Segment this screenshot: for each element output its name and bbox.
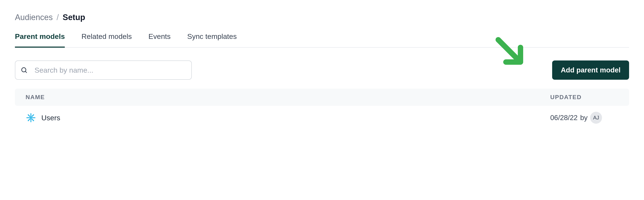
search-wrap bbox=[15, 60, 192, 80]
tab-parent-models[interactable]: Parent models bbox=[15, 32, 65, 48]
add-parent-model-button[interactable]: Add parent model bbox=[552, 60, 629, 80]
updated-by-label: by bbox=[580, 114, 588, 122]
svg-rect-2 bbox=[30, 117, 32, 119]
search-input[interactable] bbox=[15, 60, 192, 80]
tab-sync-templates[interactable]: Sync templates bbox=[187, 32, 237, 48]
table-row[interactable]: Users 06/28/22 by AJ bbox=[15, 106, 629, 130]
snowflake-icon bbox=[26, 112, 36, 123]
search-icon bbox=[20, 66, 28, 74]
table-header: NAME UPDATED bbox=[15, 89, 629, 106]
cell-name: Users bbox=[26, 112, 550, 123]
breadcrumb-parent[interactable]: Audiences bbox=[15, 13, 53, 22]
tab-events[interactable]: Events bbox=[148, 32, 171, 48]
table-header-updated: UPDATED bbox=[550, 94, 618, 101]
tab-related-models[interactable]: Related models bbox=[82, 32, 132, 48]
breadcrumb: Audiences / Setup bbox=[15, 13, 629, 22]
svg-point-0 bbox=[22, 68, 26, 72]
tabs: Parent models Related models Events Sync… bbox=[15, 32, 629, 48]
toolbar: Add parent model bbox=[15, 60, 629, 80]
svg-line-1 bbox=[25, 71, 27, 73]
row-name-label: Users bbox=[41, 114, 60, 122]
table-header-name: NAME bbox=[26, 94, 550, 101]
cell-updated: 06/28/22 by AJ bbox=[550, 112, 618, 124]
models-table: NAME UPDATED bbox=[15, 89, 629, 130]
breadcrumb-separator: / bbox=[56, 13, 59, 22]
avatar: AJ bbox=[590, 112, 602, 124]
updated-date: 06/28/22 bbox=[550, 114, 578, 122]
breadcrumb-current: Setup bbox=[63, 13, 85, 22]
